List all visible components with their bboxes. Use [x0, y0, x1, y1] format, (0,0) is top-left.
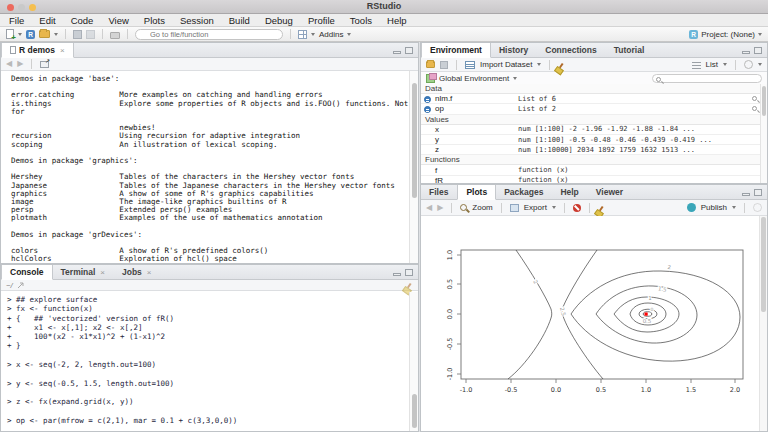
load-workspace-icon[interactable]	[426, 61, 435, 68]
maximize-pane-icon[interactable]	[405, 47, 413, 54]
import-dataset-caret-icon[interactable]	[537, 63, 541, 66]
tab-history[interactable]: History	[491, 43, 537, 57]
menu-tools[interactable]: Tools	[350, 15, 372, 26]
plots-scrollbar[interactable]	[759, 216, 767, 431]
tab-environment[interactable]: Environment	[421, 43, 491, 58]
back-icon[interactable]: ◀	[6, 60, 12, 68]
environment-scrollbar[interactable]	[760, 84, 767, 183]
menu-plots[interactable]: Plots	[144, 15, 165, 26]
new-file-caret-icon[interactable]	[18, 33, 22, 36]
forward-icon[interactable]: ▶	[17, 60, 23, 68]
export-caret-icon[interactable]	[552, 206, 556, 209]
tab-console[interactable]: Console	[1, 265, 53, 280]
tab-help[interactable]: Help	[552, 185, 587, 199]
source-editor[interactable]: Demos in package 'base': error.catching …	[1, 71, 409, 263]
maximize-pane-icon[interactable]	[754, 47, 762, 54]
open-in-new-window-icon[interactable]	[40, 61, 49, 68]
inspect-object-icon[interactable]	[752, 96, 757, 101]
menu-profile[interactable]: Profile	[308, 15, 335, 26]
refresh-environment-icon[interactable]	[744, 60, 753, 69]
clear-environment-icon[interactable]	[559, 62, 564, 68]
environment-object-row[interactable]: xnum [1:100] -2 -1.96 -1.92 -1.88 -1.84 …	[421, 125, 760, 135]
print-icon[interactable]	[110, 32, 120, 39]
export-plot-button[interactable]: Export	[524, 203, 547, 212]
object-value: num [1:10000] 2034 1892 1759 1632 1513 .…	[518, 146, 695, 154]
tab-plots[interactable]: Plots	[457, 185, 496, 200]
save-all-icon[interactable]	[86, 30, 95, 39]
new-file-icon[interactable]	[6, 29, 14, 39]
console-scrollbar-thumb[interactable]	[412, 394, 417, 428]
menu-session[interactable]: Session	[180, 15, 214, 26]
environment-object-row[interactable]: ynum [1:100] -0.5 -0.48 -0.46 -0.439 -0.…	[421, 135, 760, 145]
tab-label: Jobs	[122, 267, 142, 277]
remove-plot-icon[interactable]	[573, 204, 581, 212]
previous-plot-icon[interactable]: ◀	[426, 204, 432, 212]
minimize-pane-icon[interactable]	[393, 273, 401, 276]
menu-debug[interactable]: Debug	[265, 15, 293, 26]
maximize-pane-icon[interactable]	[405, 269, 413, 276]
menu-help[interactable]: Help	[387, 15, 407, 26]
menu-edit[interactable]: Edit	[39, 15, 55, 26]
tab-viewer[interactable]: Viewer	[588, 185, 632, 199]
console-output[interactable]: > ## explore surface > fx <- function(x)…	[1, 292, 409, 431]
plots-scrollbar-thumb[interactable]	[761, 217, 766, 312]
close-tab-icon[interactable]: ×	[147, 268, 152, 277]
minimize-pane-icon[interactable]	[742, 193, 750, 196]
inspect-object-icon[interactable]	[752, 106, 757, 111]
environment-object-row[interactable]: znum [1:10000] 2034 1892 1759 1632 1513 …	[421, 145, 760, 155]
tab-packages[interactable]: Packages	[496, 185, 552, 199]
environment-scope-selector[interactable]: Global Environment	[439, 74, 509, 83]
publish-caret-icon[interactable]	[732, 206, 736, 209]
environment-search-box[interactable]	[652, 74, 762, 83]
refresh-plot-icon[interactable]	[753, 203, 762, 212]
tab-r-demos[interactable]: R demos ×	[1, 43, 74, 58]
tab-jobs[interactable]: Jobs×	[114, 265, 161, 279]
list-view-caret-icon[interactable]	[723, 63, 727, 66]
environment-object-row[interactable]: nlm.fList of 6	[421, 94, 760, 104]
import-dataset-button[interactable]: Import Dataset	[480, 60, 532, 69]
panes-layout-icon[interactable]	[298, 30, 307, 39]
object-name: op	[421, 104, 518, 113]
open-file-icon[interactable]	[39, 30, 50, 38]
menu-file[interactable]: File	[9, 15, 24, 26]
minimize-pane-icon[interactable]	[742, 51, 750, 54]
source-scrollbar[interactable]	[409, 71, 418, 263]
close-tab-icon[interactable]: ×	[100, 268, 105, 277]
close-tab-icon[interactable]: ×	[60, 46, 65, 55]
environment-object-row[interactable]: ffunction (x)	[421, 165, 760, 175]
zoom-plot-button[interactable]: Zoom	[472, 203, 492, 212]
goto-file-input[interactable]	[135, 29, 283, 40]
minimize-pane-icon[interactable]	[393, 51, 401, 54]
list-view-button[interactable]: List	[706, 60, 718, 69]
panes-layout-caret-icon[interactable]	[311, 33, 315, 36]
menu-build[interactable]: Build	[229, 15, 250, 26]
new-project-icon[interactable]: R	[26, 30, 35, 39]
tab-terminal[interactable]: Terminal×	[53, 265, 114, 279]
goto-directory-icon[interactable]	[17, 282, 24, 289]
maximize-pane-icon[interactable]	[754, 189, 762, 196]
scope-caret-icon[interactable]	[513, 77, 517, 80]
tab-tutorial[interactable]: Tutorial	[606, 43, 654, 57]
project-menu-button[interactable]: R Project: (None)	[689, 30, 762, 39]
addins-button[interactable]: Addins	[319, 30, 343, 39]
source-scrollbar-thumb[interactable]	[412, 83, 417, 198]
environment-scrollbar-thumb[interactable]	[762, 86, 766, 116]
clear-plots-icon[interactable]	[598, 205, 603, 211]
svg-text:2: 2	[667, 264, 671, 270]
save-icon[interactable]	[73, 30, 82, 39]
tab-files[interactable]: Files	[421, 185, 457, 199]
next-plot-icon[interactable]: ▶	[437, 204, 443, 212]
environment-object-row[interactable]: fRfunction (x)	[421, 176, 760, 183]
clear-console-icon[interactable]	[406, 283, 411, 289]
addins-caret-icon[interactable]	[347, 33, 351, 36]
publish-button[interactable]: Publish	[701, 203, 727, 212]
object-name: nlm.f	[421, 94, 518, 103]
open-file-caret-icon[interactable]	[54, 33, 58, 36]
environment-object-row[interactable]: opList of 2	[421, 104, 760, 114]
console-scrollbar[interactable]	[409, 292, 418, 431]
menu-view[interactable]: View	[108, 15, 128, 26]
tab-connections[interactable]: Connections	[537, 43, 605, 57]
save-workspace-icon[interactable]	[440, 61, 448, 69]
refresh-caret-icon[interactable]	[758, 63, 762, 66]
menu-code[interactable]: Code	[71, 15, 94, 26]
